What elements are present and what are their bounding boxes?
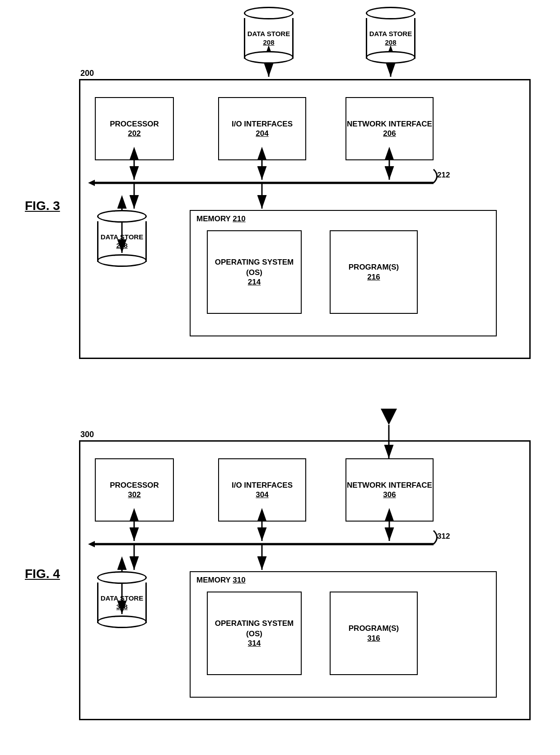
fig4-box-label: 300 bbox=[80, 430, 94, 439]
fig3-network-box: NETWORK INTERFACE 206 bbox=[345, 97, 434, 160]
fig3-datastore-top2: DATA STORE 208 bbox=[366, 7, 415, 59]
fig3-memory-label: MEMORY 210 bbox=[196, 214, 246, 224]
fig4-os-box: OPERATING SYSTEM (OS) 314 bbox=[207, 592, 302, 675]
fig3-label: FIG. 3 bbox=[25, 199, 60, 213]
fig3-programs-box: PROGRAM(S) 216 bbox=[330, 230, 418, 314]
fig4-antenna bbox=[381, 409, 397, 425]
fig3-datastore-bottom: DATA STORE 208 bbox=[97, 210, 147, 262]
fig3-bus-label: 212 bbox=[437, 171, 450, 180]
fig4-processor-box: PROCESSOR 302 bbox=[95, 458, 174, 522]
fig3-box-label: 200 bbox=[80, 69, 94, 78]
fig4-network-box: NETWORK INTERFACE 306 bbox=[345, 458, 434, 522]
fig3-processor-box: PROCESSOR 202 bbox=[95, 97, 174, 160]
fig4-programs-box: PROGRAM(S) 316 bbox=[330, 592, 418, 675]
fig4-datastore-bottom: DATA STORE 308 bbox=[97, 571, 147, 623]
fig4-memory-label: MEMORY 310 bbox=[196, 576, 246, 585]
page: FIG. 3 FIG. 4 200 PROCESSOR 202 I/O INTE… bbox=[0, 0, 560, 755]
fig4-bus-label: 312 bbox=[437, 532, 450, 541]
fig4-label: FIG. 4 bbox=[25, 567, 60, 581]
fig4-io-box: I/O INTERFACES 304 bbox=[218, 458, 306, 522]
fig3-io-box: I/O INTERFACES 204 bbox=[218, 97, 306, 160]
fig3-os-box: OPERATING SYSTEM (OS) 214 bbox=[207, 230, 302, 314]
fig3-datastore-top1: DATA STORE 208 bbox=[244, 7, 294, 59]
